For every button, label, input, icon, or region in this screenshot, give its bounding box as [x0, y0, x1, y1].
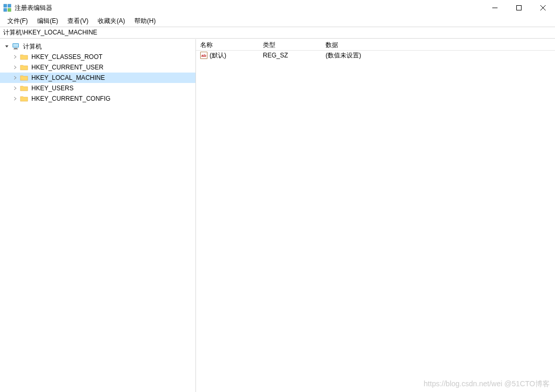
- tree-root-label: 计算机: [22, 42, 43, 52]
- values-pane[interactable]: 名称 类型 数据 ab (默认) REG_SZ (数值未设置): [196, 39, 555, 392]
- menu-favorites[interactable]: 收藏夹(A): [94, 16, 129, 27]
- svg-rect-3: [8, 8, 11, 11]
- tree-root-computer[interactable]: 计算机: [0, 41, 195, 52]
- chevron-right-icon[interactable]: [11, 95, 19, 102]
- value-name: (默认): [210, 51, 226, 60]
- values-header: 名称 类型 数据: [196, 39, 555, 51]
- window-title: 注册表编辑器: [15, 4, 52, 13]
- window-controls: [483, 0, 555, 16]
- address-text: 计算机\HKEY_LOCAL_MACHINE: [3, 28, 97, 37]
- folder-icon: [20, 53, 28, 61]
- value-data: (数值未设置): [321, 51, 555, 60]
- menu-view[interactable]: 查看(V): [63, 16, 92, 27]
- main-content: 计算机 HKEY_CLASSES_ROOT HKEY_CURRENT_USER: [0, 39, 555, 392]
- svg-rect-2: [4, 8, 7, 11]
- menu-help[interactable]: 帮助(H): [130, 16, 160, 27]
- chevron-right-icon[interactable]: [11, 64, 19, 71]
- svg-rect-1: [8, 4, 11, 7]
- computer-icon: [11, 42, 20, 51]
- folder-icon: [20, 84, 28, 92]
- menu-file[interactable]: 文件(F): [3, 16, 32, 27]
- address-bar[interactable]: 计算机\HKEY_LOCAL_MACHINE: [0, 27, 555, 39]
- values-body: ab (默认) REG_SZ (数值未设置): [196, 51, 555, 60]
- chevron-right-icon[interactable]: [11, 53, 19, 61]
- folder-icon: [20, 74, 28, 82]
- tree-key-label: HKEY_CLASSES_ROOT: [30, 53, 103, 61]
- tree-key-label: HKEY_CURRENT_USER: [30, 63, 105, 72]
- minimize-button[interactable]: [483, 0, 507, 16]
- tree-key-hkey-users[interactable]: HKEY_USERS: [0, 83, 195, 93]
- tree-key-label: HKEY_USERS: [30, 84, 75, 92]
- folder-icon: [20, 94, 28, 103]
- tree-key-hkey-local-machine[interactable]: HKEY_LOCAL_MACHINE: [0, 73, 195, 83]
- reg-string-icon: ab: [200, 52, 207, 59]
- value-type: REG_SZ: [259, 52, 321, 59]
- regedit-app-icon: [3, 4, 11, 12]
- tree-key-hkey-current-user[interactable]: HKEY_CURRENT_USER: [0, 62, 195, 73]
- close-button[interactable]: [531, 0, 555, 16]
- tree-key-hkey-classes-root[interactable]: HKEY_CLASSES_ROOT: [0, 52, 195, 62]
- menu-edit[interactable]: 编辑(E): [33, 16, 62, 27]
- tree-pane[interactable]: 计算机 HKEY_CLASSES_ROOT HKEY_CURRENT_USER: [0, 39, 196, 392]
- column-header-type[interactable]: 类型: [259, 39, 321, 50]
- chevron-right-icon[interactable]: [11, 74, 19, 81]
- svg-rect-0: [4, 4, 7, 7]
- tree-key-label: HKEY_CURRENT_CONFIG: [30, 94, 111, 103]
- svg-rect-10: [14, 48, 17, 49]
- folder-icon: [20, 63, 28, 72]
- chevron-right-icon[interactable]: [11, 85, 19, 92]
- svg-rect-9: [13, 44, 18, 47]
- svg-rect-11: [14, 49, 18, 50]
- column-header-data[interactable]: 数据: [321, 39, 555, 50]
- tree-key-label: HKEY_LOCAL_MACHINE: [30, 74, 106, 82]
- tree-key-hkey-current-config[interactable]: HKEY_CURRENT_CONFIG: [0, 93, 195, 104]
- value-row-default[interactable]: ab (默认) REG_SZ (数值未设置): [196, 51, 555, 60]
- maximize-button[interactable]: [507, 0, 531, 16]
- menubar: 文件(F) 编辑(E) 查看(V) 收藏夹(A) 帮助(H): [0, 16, 555, 27]
- titlebar: 注册表编辑器: [0, 0, 555, 16]
- svg-rect-5: [517, 6, 522, 10]
- column-header-name[interactable]: 名称: [196, 39, 259, 50]
- chevron-down-icon[interactable]: [3, 43, 10, 50]
